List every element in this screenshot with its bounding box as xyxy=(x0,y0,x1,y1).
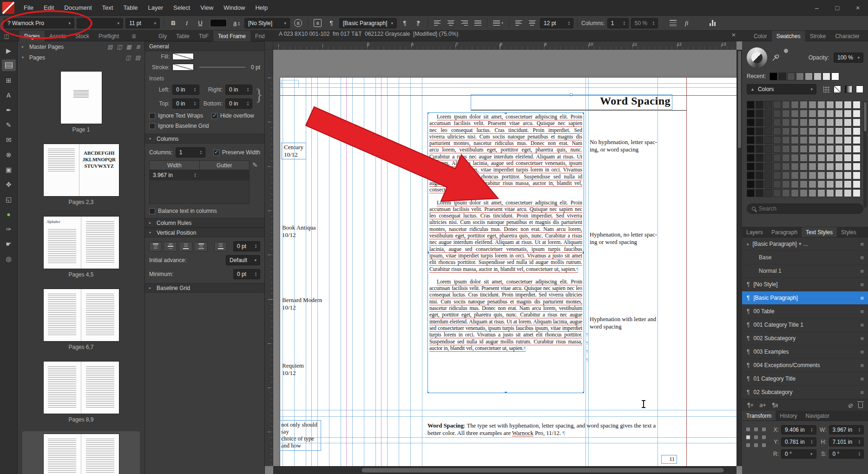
swatch-cell[interactable] xyxy=(809,110,816,118)
swatch-cell[interactable] xyxy=(800,110,808,118)
leading-input[interactable]: 12 pt xyxy=(540,18,573,28)
pages-expand-icon[interactable] xyxy=(22,55,26,59)
swatch-cell[interactable] xyxy=(756,189,763,197)
noise-dot-icon[interactable] xyxy=(784,49,788,53)
swatch-cell[interactable] xyxy=(791,189,799,197)
styles-tab-text-styles[interactable]: Text Styles xyxy=(802,227,837,237)
styles-tab-layers[interactable]: Layers xyxy=(742,227,767,237)
inset-left-input[interactable]: 0 in xyxy=(172,85,199,95)
style-item[interactable]: [Basic Paragraph] xyxy=(742,291,868,305)
font-label-requiem[interactable]: Requiem10/12 xyxy=(282,362,304,377)
swatch-cell[interactable] xyxy=(764,189,772,197)
master-pages-expand-icon[interactable] xyxy=(22,45,26,49)
vertical-position-section-header[interactable]: Vertical Position xyxy=(145,228,264,237)
frame-handle[interactable] xyxy=(427,251,429,254)
swatch-cell[interactable] xyxy=(773,101,781,109)
valign-center-button[interactable] xyxy=(164,242,177,251)
show-special-characters-button[interactable] xyxy=(326,18,337,29)
reapply-style-icon[interactable] xyxy=(772,402,778,408)
link-insets-icon[interactable]: } xyxy=(255,83,263,107)
swatch-cell[interactable] xyxy=(835,145,843,153)
swatch-cell[interactable] xyxy=(835,136,843,144)
page-thumb-10-11[interactable]: Pages 10,11 xyxy=(22,431,140,474)
paragraph-style-select[interactable]: [Basic Paragraph]+ xyxy=(339,18,397,28)
swatch-cell[interactable] xyxy=(853,180,861,188)
add-page-icon[interactable] xyxy=(125,54,131,61)
eyedropper-icon[interactable] xyxy=(772,54,779,61)
swatch-cell[interactable] xyxy=(764,136,772,144)
swatch-cell[interactable] xyxy=(782,136,790,144)
swatch-cell[interactable] xyxy=(791,110,799,118)
rotation-input[interactable]: 0 ° xyxy=(781,449,816,459)
swatch-cell[interactable] xyxy=(782,127,790,135)
horizontal-ruler[interactable]: 5678910111213 xyxy=(273,41,736,50)
pages-row[interactable]: Pages xyxy=(18,52,145,63)
swatch-cell[interactable] xyxy=(826,180,834,188)
panel-toggle-icon[interactable] xyxy=(2,31,11,41)
swatch-cell[interactable] xyxy=(782,101,790,109)
swatch-cell[interactable] xyxy=(791,171,799,179)
text-direction-rtl-button[interactable] xyxy=(413,18,424,29)
maximize-button[interactable]: □ xyxy=(827,0,848,16)
swatch-cell[interactable] xyxy=(747,189,755,197)
swatch-cell[interactable] xyxy=(764,110,772,118)
recent-swatch[interactable] xyxy=(796,72,804,80)
tool-move[interactable]: ▶ xyxy=(2,45,16,56)
document-page[interactable]: Word Spacing Lorem ipsum dolor sit amet,… xyxy=(280,78,736,466)
underline-button[interactable]: U xyxy=(195,18,206,29)
swatch-cell[interactable] xyxy=(835,118,843,126)
swatch-cell[interactable] xyxy=(773,127,781,135)
tool-pencil[interactable]: ✎ xyxy=(2,119,16,131)
bold-button[interactable]: B xyxy=(168,18,179,29)
swatch-cell[interactable] xyxy=(773,110,781,118)
swatch-cell[interactable] xyxy=(826,101,834,109)
swatch-cell[interactable] xyxy=(853,136,861,144)
style-item-menu-icon[interactable] xyxy=(860,254,864,261)
swatch-cell[interactable] xyxy=(756,101,763,109)
swatch-cell[interactable] xyxy=(800,171,808,179)
app-logo-icon[interactable] xyxy=(2,2,14,14)
page-thumb-8-9[interactable]: Pages 8,9 xyxy=(22,359,140,425)
swatch-cell[interactable] xyxy=(747,101,755,109)
bullet-list-button[interactable] xyxy=(513,18,524,29)
page-title[interactable]: Word Spacing xyxy=(600,95,671,107)
swatch-cell[interactable] xyxy=(809,171,816,179)
bottom-tab-history[interactable]: History xyxy=(776,411,801,421)
swatch-cell[interactable] xyxy=(791,136,799,144)
add-master-icon[interactable] xyxy=(107,44,112,50)
opacity-select[interactable]: 100 % xyxy=(834,53,863,63)
document-viewport[interactable]: Word Spacing Lorem ipsum dolor sit amet,… xyxy=(273,50,736,466)
swatch-cell[interactable] xyxy=(791,145,799,153)
swatch-cell[interactable] xyxy=(817,154,825,162)
close-button[interactable]: × xyxy=(848,0,868,16)
swatch-cell[interactable] xyxy=(791,154,799,162)
swatch-cell[interactable] xyxy=(756,136,763,144)
swatch-cell[interactable] xyxy=(826,189,834,197)
swatch-cell[interactable] xyxy=(817,180,825,188)
swatch-cell[interactable] xyxy=(791,163,799,171)
swatch-cell[interactable] xyxy=(782,110,790,118)
columns-expand-icon[interactable] xyxy=(149,137,153,141)
swatch-cell[interactable] xyxy=(782,180,790,188)
column-gutter-input[interactable]: 50 % xyxy=(631,18,658,28)
styles-tab-paragraph[interactable]: Paragraph xyxy=(767,227,802,237)
delete-page-icon[interactable] xyxy=(135,54,140,61)
tool-frame-text[interactable] xyxy=(2,59,16,71)
studio-tab-table[interactable]: Table xyxy=(171,31,194,41)
swatch-cell[interactable] xyxy=(835,180,843,188)
numbered-list-button[interactable] xyxy=(526,18,538,29)
w-input[interactable]: 3.967 in xyxy=(829,425,864,434)
detach-style-icon[interactable] xyxy=(848,402,853,409)
baseline-grid-section-header[interactable]: Baseline Grid xyxy=(145,283,264,293)
swatch-cell[interactable] xyxy=(817,189,825,197)
y-input[interactable]: 0.781 in xyxy=(781,437,816,447)
preserve-width-checkbox[interactable] xyxy=(213,150,219,156)
tool-eyedropper[interactable]: ✑ xyxy=(2,223,16,235)
swatch-cell[interactable] xyxy=(756,163,763,171)
swatch-cell[interactable] xyxy=(747,171,755,179)
swatch-cell[interactable] xyxy=(844,110,852,118)
swatch-cell[interactable] xyxy=(782,154,790,162)
panel-tab-swatches[interactable]: Swatches xyxy=(772,31,805,41)
swatch-cell[interactable] xyxy=(826,171,834,179)
swatch-cell[interactable] xyxy=(835,154,843,162)
